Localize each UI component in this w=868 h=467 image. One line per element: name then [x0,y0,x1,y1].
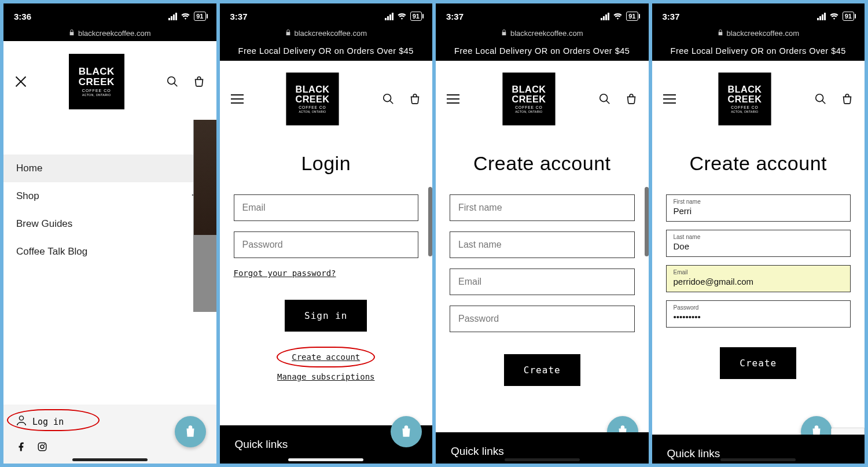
email-field[interactable] [234,194,419,221]
last-name-label: Last name [674,234,844,240]
search-icon[interactable] [164,73,181,90]
cart-icon[interactable] [623,91,639,107]
manage-subscriptions-link[interactable]: Manage subscriptions [277,372,375,381]
svg-point-5 [41,445,44,448]
menu-item-home[interactable]: Home [3,155,216,182]
last-name-field[interactable] [450,231,635,258]
wishlist-fab[interactable] [175,416,206,447]
cart-icon[interactable] [407,91,423,107]
email-field[interactable] [450,269,635,295]
close-icon[interactable] [13,73,29,90]
password-input[interactable] [242,240,410,250]
battery-level: 91 [410,12,422,21]
scrollbar[interactable] [428,187,432,256]
first-name-input[interactable] [674,206,844,216]
first-name-input[interactable] [458,203,626,213]
last-name-input[interactable] [458,240,626,250]
password-field[interactable] [450,306,635,332]
create-button[interactable]: Create [720,347,796,379]
email-input[interactable] [458,277,626,287]
logo-line3: ACTON, ONTARIO [299,111,326,113]
logo-line2: COFFEE CO [731,105,759,109]
create-button[interactable]: Create [504,354,580,386]
home-indicator [505,458,580,461]
email-input[interactable] [242,203,410,213]
home-indicator [288,458,363,461]
password-input[interactable] [674,312,844,322]
shop-header: BLACK CREEK COFFEE CO ACTON, ONTARIO [436,61,649,133]
brand-logo[interactable]: BLACK CREEK COFFEE CO ACTON, ONTARIO [719,72,771,125]
sign-in-button[interactable]: Sign in [285,300,367,332]
screen-login: 3:37 91 blackcreekcoffee.com Free Local … [220,3,433,464]
drawer-backdrop [193,120,216,312]
hamburger-icon[interactable] [661,91,678,107]
hamburger-icon[interactable] [445,91,461,107]
shop-header: BLACK CREEK COFFEE CO ACTON, ONTARIO [3,41,216,120]
screen-menu-drawer: 3:36 91 blackcreekcoffee.com BLACK CREEK… [3,3,216,464]
menu-item-coffee-talk-blog[interactable]: Coffee Talk Blog [3,238,216,266]
battery-level: 91 [194,12,205,21]
announcement-bar: Free Local Delivery OR on Orders Over $4… [436,41,649,61]
facebook-icon[interactable] [16,442,27,454]
status-time: 3:37 [663,12,680,21]
password-field[interactable] [234,231,419,258]
last-name-field[interactable]: Last name [666,230,851,257]
password-input[interactable] [458,314,626,324]
svg-point-7 [384,94,391,102]
brand-logo[interactable]: BLACK CREEK COFFEE CO ACTON, ONTARIO [286,72,339,125]
create-account-link[interactable]: Create account [292,352,360,362]
page-title: Create account [436,152,649,175]
first-name-label: First name [674,198,844,205]
status-right: 91 [385,12,422,21]
create-main: Create account Create Quick links [436,133,649,464]
brand-logo[interactable]: BLACK CREEK COFFEE CO ACTON, ONTARIO [502,72,555,125]
svg-line-8 [390,101,393,104]
cart-icon[interactable] [839,91,855,107]
password-field[interactable]: Password [666,300,851,328]
instagram-icon[interactable] [37,442,47,454]
create-form: First name Last name Email Password Crea… [652,194,865,379]
first-name-field[interactable] [450,194,635,221]
person-icon [16,415,27,429]
brand-logo[interactable]: BLACK CREEK COFFEE CO ACTON, ONTARIO [69,54,124,109]
search-icon[interactable] [597,91,613,107]
screen-create-account-empty: 3:37 91 blackcreekcoffee.com Free Local … [436,3,649,464]
logo-line2: COFFEE CO [515,105,542,109]
wishlist-fab[interactable] [391,416,422,447]
first-name-field[interactable]: First name [666,194,851,222]
battery-level: 91 [626,12,638,21]
menu-label: Coffee Talk Blog [16,246,87,258]
email-label: Email [674,269,844,275]
forgot-password-link[interactable]: Forgot your password? [234,269,419,278]
menu-label: Brew Guides [16,218,72,230]
menu-item-shop[interactable]: Shop [3,182,216,210]
hamburger-icon[interactable] [229,91,245,107]
search-icon[interactable] [812,91,829,107]
email-field[interactable]: Email [666,265,851,292]
menu-label: Home [16,163,42,174]
search-icon[interactable] [380,91,396,107]
svg-point-0 [167,77,175,84]
login-form: Forgot your password? Sign in Create acc… [220,194,433,381]
password-label: Password [674,304,844,311]
menu-item-brew-guides[interactable]: Brew Guides [3,210,216,238]
svg-point-6 [44,444,45,445]
wifi-icon [181,12,190,21]
status-time: 3:36 [14,12,31,21]
email-input[interactable] [674,277,844,286]
logo-line1: BLACK CREEK [69,67,124,87]
social-icons [16,442,204,454]
logo-line1: BLACK CREEK [719,84,771,104]
cart-icon[interactable] [191,73,207,90]
lock-icon [718,29,723,38]
status-right: 91 [601,12,638,21]
status-time: 3:37 [230,12,248,21]
logo-line2: COFFEE CO [299,105,326,109]
shop-header: BLACK CREEK COFFEE CO ACTON, ONTARIO [652,61,865,133]
scrollbar[interactable] [645,187,649,256]
lock-icon [69,29,75,38]
wifi-icon [829,12,839,21]
logo-line2: COFFEE CO [82,89,111,93]
last-name-input[interactable] [674,241,844,251]
url-bar: blackcreekcoffee.com [652,29,865,41]
